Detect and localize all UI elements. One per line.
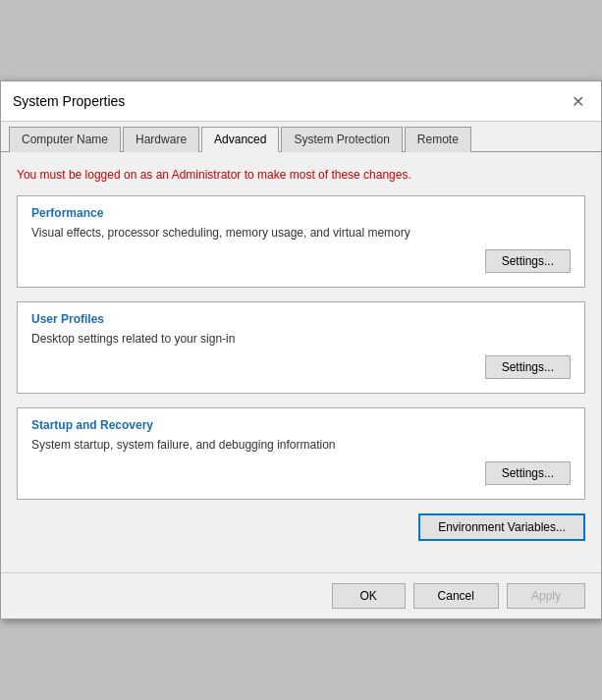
content-area: You must be logged on as an Administrato… bbox=[1, 152, 601, 572]
performance-footer: Settings... bbox=[31, 249, 571, 273]
tab-advanced[interactable]: Advanced bbox=[201, 127, 279, 152]
close-button[interactable]: ✕ bbox=[566, 89, 589, 113]
environment-variables-row: Environment Variables... bbox=[17, 513, 585, 541]
user-profiles-section: User Profiles Desktop settings related t… bbox=[17, 301, 585, 394]
window-title: System Properties bbox=[13, 93, 125, 109]
performance-settings-button[interactable]: Settings... bbox=[485, 249, 571, 273]
tab-hardware[interactable]: Hardware bbox=[123, 127, 199, 152]
performance-desc: Visual effects, processor scheduling, me… bbox=[31, 226, 571, 240]
cancel-button[interactable]: Cancel bbox=[413, 583, 499, 609]
tab-system-protection[interactable]: System Protection bbox=[281, 127, 402, 152]
tab-bar: Computer Name Hardware Advanced System P… bbox=[1, 122, 601, 152]
startup-recovery-footer: Settings... bbox=[31, 461, 571, 485]
title-bar: System Properties ✕ bbox=[1, 81, 601, 122]
apply-button[interactable]: Apply bbox=[507, 583, 585, 609]
tab-remote[interactable]: Remote bbox=[405, 127, 471, 152]
ok-button[interactable]: OK bbox=[332, 583, 406, 609]
user-profiles-footer: Settings... bbox=[31, 355, 571, 379]
startup-recovery-title: Startup and Recovery bbox=[31, 418, 571, 432]
user-profiles-desc: Desktop settings related to your sign-in bbox=[31, 332, 571, 346]
system-properties-window: System Properties ✕ Computer Name Hardwa… bbox=[0, 81, 602, 619]
user-profiles-settings-button[interactable]: Settings... bbox=[485, 355, 571, 379]
footer: OK Cancel Apply bbox=[1, 572, 601, 619]
startup-recovery-desc: System startup, system failure, and debu… bbox=[31, 438, 571, 452]
performance-title: Performance bbox=[31, 206, 571, 220]
startup-recovery-settings-button[interactable]: Settings... bbox=[485, 461, 571, 485]
user-profiles-title: User Profiles bbox=[31, 312, 571, 326]
startup-recovery-section: Startup and Recovery System startup, sys… bbox=[17, 407, 585, 500]
performance-section: Performance Visual effects, processor sc… bbox=[17, 195, 585, 288]
environment-variables-button[interactable]: Environment Variables... bbox=[418, 513, 585, 541]
tab-computer-name[interactable]: Computer Name bbox=[9, 127, 121, 152]
admin-notice: You must be logged on as an Administrato… bbox=[17, 168, 585, 182]
